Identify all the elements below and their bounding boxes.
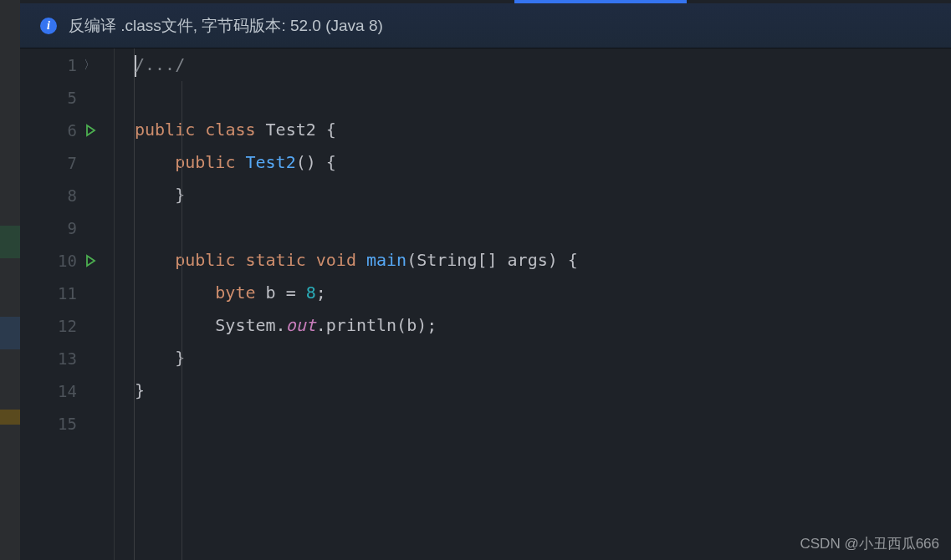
line-number[interactable]: 6	[20, 121, 80, 140]
constructor-name: Test2	[245, 152, 295, 172]
system-class: System	[215, 315, 275, 335]
line-number[interactable]: 10	[20, 252, 80, 270]
paren-close: )	[417, 315, 427, 335]
param-name: args	[508, 250, 548, 270]
left-tool-strip	[0, 0, 20, 560]
keyword-public: public	[175, 152, 235, 172]
brace-close: }	[175, 348, 185, 368]
watermark-text: CSDN @小丑西瓜666	[800, 534, 939, 553]
notification-text: 反编译 .class文件, 字节码版本: 52.0 (Java 8)	[69, 15, 383, 37]
equals: =	[286, 283, 296, 303]
line-number[interactable]: 5	[20, 89, 80, 107]
line-number[interactable]: 11	[20, 284, 80, 303]
paren-open: (	[396, 315, 406, 335]
arg-b: b	[406, 315, 417, 335]
line-number[interactable]: 9	[20, 219, 80, 237]
line-number[interactable]: 12	[20, 317, 80, 335]
var-name: b	[266, 283, 276, 303]
brace-open: {	[326, 152, 336, 172]
brace-open: {	[568, 250, 578, 270]
keyword-static: static	[245, 250, 305, 270]
gutter-annotations	[115, 48, 135, 560]
param-type: String[]	[417, 250, 497, 270]
vcs-marker-added	[0, 226, 20, 258]
brace-close: }	[175, 185, 185, 205]
code-editor[interactable]: 1〉 5 6 7 8 9 10 11 12 13 14 15 /.../ pub…	[20, 48, 951, 560]
line-number[interactable]: 8	[20, 186, 80, 205]
paren-close: )	[548, 250, 558, 270]
line-number[interactable]: 13	[20, 349, 80, 368]
folded-region[interactable]: /.../	[135, 54, 185, 74]
dot: .	[276, 315, 286, 335]
keyword-public: public	[175, 250, 235, 270]
class-name: Test2	[266, 120, 316, 140]
parens: ()	[296, 152, 316, 172]
line-number[interactable]: 1	[20, 56, 80, 74]
code-content[interactable]: /.../ public class Test2 { public Test2(…	[135, 48, 951, 560]
gutter[interactable]: 1〉 5 6 7 8 9 10 11 12 13 14 15	[20, 48, 115, 560]
vcs-marker-warning	[0, 410, 20, 425]
semicolon: ;	[427, 315, 437, 335]
keyword-void: void	[316, 250, 356, 270]
line-number[interactable]: 7	[20, 154, 80, 172]
run-icon[interactable]	[84, 254, 97, 267]
info-icon: i	[40, 18, 57, 34]
line-number[interactable]: 15	[20, 415, 80, 433]
brace-open: {	[326, 120, 336, 140]
keyword-class: class	[205, 120, 255, 140]
vcs-marker-modified	[0, 317, 20, 349]
run-icon[interactable]	[84, 124, 97, 137]
indent-guide	[182, 81, 182, 560]
line-number[interactable]: 14	[20, 382, 80, 400]
brace-close: }	[135, 380, 145, 400]
method-main: main	[366, 250, 406, 270]
paren-open: (	[406, 250, 417, 270]
semicolon: ;	[316, 283, 326, 303]
dot: .	[316, 315, 326, 335]
field-out: out	[286, 315, 316, 335]
number-literal: 8	[306, 283, 316, 303]
method-println: println	[326, 315, 396, 335]
keyword-public: public	[135, 120, 195, 140]
keyword-byte: byte	[215, 283, 255, 303]
fold-icon[interactable]: 〉	[84, 58, 95, 73]
notification-bar: i 反编译 .class文件, 字节码版本: 52.0 (Java 8)	[20, 3, 951, 48]
